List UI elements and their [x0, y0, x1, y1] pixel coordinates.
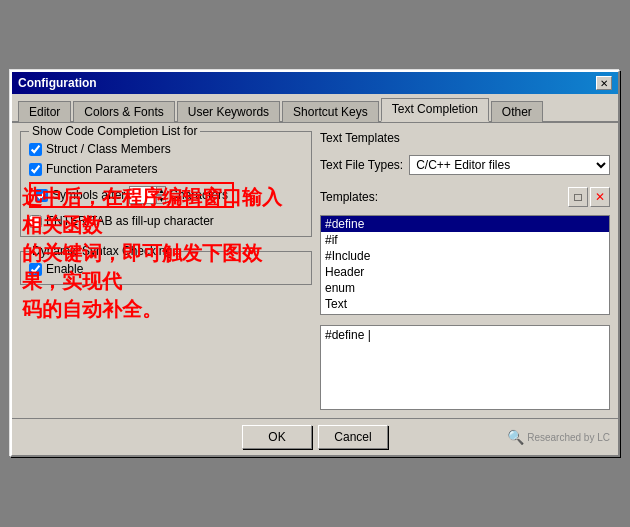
enter-tab-checkbox[interactable] [29, 215, 42, 228]
window-title: Configuration [18, 76, 97, 90]
preview-text: #define | [325, 328, 371, 342]
watermark-icon: 🔍 [507, 429, 524, 445]
function-params-label: Function Parameters [46, 162, 157, 176]
struct-members-row: Struct / Class Members [29, 142, 303, 156]
enable-label: Enable [46, 262, 83, 276]
tab-colors-fonts[interactable]: Colors & Fonts [73, 101, 174, 122]
right-panel: Text Templates Text File Types: C/C++ Ed… [320, 131, 610, 410]
spinner-up[interactable]: ▲ [156, 186, 166, 195]
spinner-buttons: ▲ ▼ [156, 186, 166, 204]
template-item-if[interactable]: #if [321, 232, 609, 248]
symbols-checkbox[interactable] [35, 189, 48, 202]
function-params-row: Function Parameters [29, 162, 303, 176]
enable-checkbox[interactable] [29, 263, 42, 276]
close-button[interactable]: ✕ [596, 76, 612, 90]
text-templates-heading: Text Templates [320, 131, 610, 145]
enable-row: Enable [29, 262, 303, 276]
cancel-button[interactable]: Cancel [318, 425, 388, 449]
template-preview: #define | [320, 325, 610, 410]
characters-label: Characters [169, 188, 228, 202]
struct-members-checkbox[interactable] [29, 143, 42, 156]
file-types-select[interactable]: C/C++ Editor files [409, 155, 610, 175]
templates-header: Templates: □ ✕ [320, 187, 610, 207]
content-area: Show Code Completion List for Struct / C… [12, 123, 618, 418]
template-item-include[interactable]: #Include [321, 248, 609, 264]
template-item-header[interactable]: Header [321, 264, 609, 280]
template-item-define[interactable]: #define [321, 216, 609, 232]
templates-list[interactable]: #define #if #Include Header enum Text [320, 215, 610, 315]
code-completion-group: Show Code Completion List for Struct / C… [20, 131, 312, 237]
dynamic-syntax-group: Dynamic Syntax Checking Enable [20, 251, 312, 285]
bottom-bar: OK Cancel 🔍 Researched by LC [12, 418, 618, 455]
templates-label: Templates: [320, 190, 378, 204]
symbols-row: Symbols after 3 ▲ ▼ Characters [29, 182, 234, 208]
file-types-label: Text File Types: [320, 158, 403, 172]
left-panel: Show Code Completion List for Struct / C… [20, 131, 312, 410]
symbols-value[interactable]: 3 [130, 187, 156, 203]
delete-template-button[interactable]: ✕ [590, 187, 610, 207]
symbols-spinner[interactable]: 3 ▲ ▼ [129, 186, 165, 204]
watermark: 🔍 Researched by LC [507, 429, 610, 445]
configuration-window: Configuration ✕ Editor Colors & Fonts Us… [10, 70, 620, 457]
template-icons: □ ✕ [568, 187, 610, 207]
template-item-text[interactable]: Text [321, 296, 609, 312]
tab-shortcut-keys[interactable]: Shortcut Keys [282, 101, 379, 122]
enter-tab-label: ENTER/TAB as fill-up character [46, 214, 214, 228]
tab-bar: Editor Colors & Fonts User Keywords Shor… [12, 94, 618, 123]
enter-tab-row: ENTER/TAB as fill-up character [29, 214, 303, 228]
tab-editor[interactable]: Editor [18, 101, 71, 122]
ok-button[interactable]: OK [242, 425, 312, 449]
code-completion-title: Show Code Completion List for [29, 124, 200, 138]
new-template-button[interactable]: □ [568, 187, 588, 207]
symbols-label: Symbols after [52, 188, 125, 202]
title-bar: Configuration ✕ [12, 72, 618, 94]
file-types-select-wrapper: C/C++ Editor files [409, 155, 610, 175]
dynamic-syntax-title: Dynamic Syntax Checking [29, 244, 175, 258]
function-params-checkbox[interactable] [29, 163, 42, 176]
tab-text-completion[interactable]: Text Completion [381, 98, 489, 122]
tab-user-keywords[interactable]: User Keywords [177, 101, 280, 122]
struct-members-label: Struct / Class Members [46, 142, 171, 156]
file-types-row: Text File Types: C/C++ Editor files [320, 155, 610, 175]
bottom-buttons: OK Cancel [242, 425, 388, 449]
watermark-text: Researched by LC [527, 432, 610, 443]
spinner-down[interactable]: ▼ [156, 195, 166, 204]
template-item-enum[interactable]: enum [321, 280, 609, 296]
tab-other[interactable]: Other [491, 101, 543, 122]
